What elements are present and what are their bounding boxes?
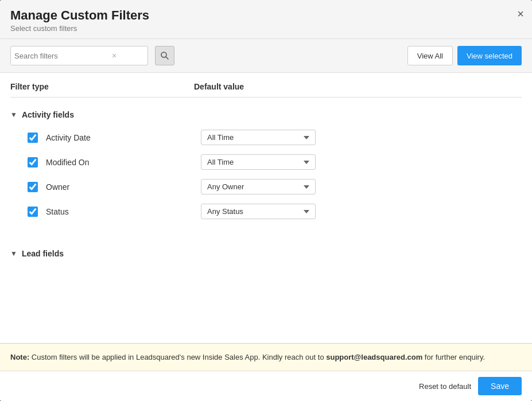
dropdown-activity-date[interactable]: All Time Today Yesterday Last 7 Days Las… xyxy=(201,130,316,145)
note-text: Custom filters will be applied in Leadsq… xyxy=(32,353,326,361)
modal-subtitle: Select custom filters xyxy=(10,24,522,33)
filter-label-status: Status xyxy=(46,207,201,216)
view-all-button[interactable]: View All xyxy=(407,46,453,65)
close-button[interactable]: × xyxy=(517,8,524,20)
save-button[interactable]: Save xyxy=(478,377,522,395)
search-icon xyxy=(161,52,169,60)
note-bar: Note: Custom filters will be applied in … xyxy=(0,343,532,371)
search-clear-icon[interactable]: × xyxy=(112,51,117,60)
section-header-activity: ▼ Activity fields xyxy=(10,102,522,125)
search-box: × xyxy=(10,46,148,65)
chevron-icon-lead[interactable]: ▼ xyxy=(10,250,17,258)
search-input[interactable] xyxy=(14,52,112,60)
filter-row-activity-date: Activity Date All Time Today Yesterday L… xyxy=(10,125,522,150)
chevron-icon-activity[interactable]: ▼ xyxy=(10,111,17,119)
section-header-lead: ▼ Lead fields xyxy=(10,241,522,264)
column-headers: Filter type Default value xyxy=(10,73,522,98)
checkbox-status[interactable] xyxy=(28,207,38,217)
filter-label-modified-on: Modified On xyxy=(46,158,201,167)
main-content: Filter type Default value ▼ Activity fie… xyxy=(0,73,532,343)
filter-row-status: Status Any Status Open Closed In Progres… xyxy=(10,199,522,224)
col-header-default-value: Default value xyxy=(194,82,244,91)
note-suffix: for further enquiry. xyxy=(425,353,485,361)
modal-title: Manage Custom Filters xyxy=(10,8,522,23)
col-header-filter-type: Filter type xyxy=(10,82,194,91)
section-title-activity: Activity fields xyxy=(22,110,74,119)
bottom-spacer xyxy=(10,264,522,275)
filter-row-owner: Owner Any Owner Me My Team xyxy=(10,174,522,199)
dropdown-modified-on[interactable]: All Time Today Yesterday Last 7 Days Las… xyxy=(201,154,316,170)
filter-label-owner: Owner xyxy=(46,182,201,192)
content-spacer xyxy=(10,224,522,241)
filter-row-modified-on: Modified On All Time Today Yesterday Las… xyxy=(10,150,522,174)
dropdown-status[interactable]: Any Status Open Closed In Progress xyxy=(201,204,316,219)
search-button[interactable] xyxy=(155,46,174,65)
checkbox-modified-on[interactable] xyxy=(28,157,38,168)
section-title-lead: Lead fields xyxy=(22,249,64,258)
modal-container: Manage Custom Filters Select custom filt… xyxy=(0,0,532,401)
filter-label-activity-date: Activity Date xyxy=(46,133,201,142)
note-email: support@leadsquared.com xyxy=(326,353,422,361)
view-selected-button[interactable]: View selected xyxy=(457,46,522,65)
toolbar: × View All View selected xyxy=(0,39,532,73)
checkbox-owner[interactable] xyxy=(28,182,38,192)
footer: Reset to default Save xyxy=(0,371,532,401)
note-prefix: Note: xyxy=(10,353,29,361)
dropdown-owner[interactable]: Any Owner Me My Team xyxy=(201,179,316,194)
svg-line-1 xyxy=(166,57,168,59)
modal-header: Manage Custom Filters Select custom filt… xyxy=(0,0,532,39)
reset-button[interactable]: Reset to default xyxy=(419,382,471,391)
checkbox-activity-date[interactable] xyxy=(28,133,38,143)
